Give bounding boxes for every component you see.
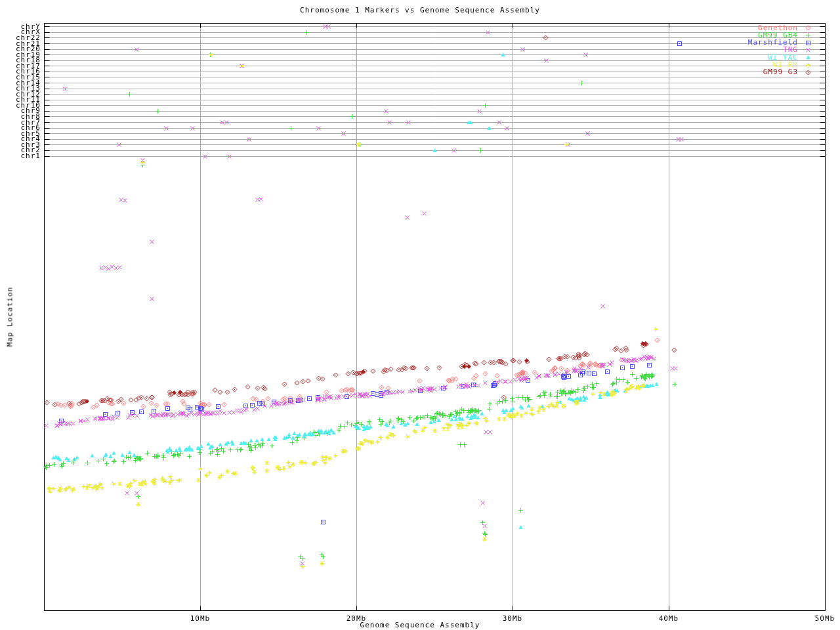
plot-stage: Chromosome 1 Markers vs Genome Sequence … [0,0,840,630]
x-tick-50Mb: 50Mb [805,614,840,623]
x-tick-40Mb: 40Mb [649,614,688,623]
y-axis-label: Map Location [6,281,14,353]
x-tick-20Mb: 20Mb [337,614,376,623]
legend-item-gm99-g3: GM99 G3 [654,68,798,75]
chart-title: Chromosome 1 Markers vs Genome Sequence … [0,6,840,14]
legend-item-tng: TNG [654,46,798,53]
legend-item-genethon: Genethon [654,24,798,32]
x-tick-30Mb: 30Mb [493,614,532,623]
x-tick-10Mb: 10Mb [180,614,220,623]
scatter-plot-canvas [0,0,840,630]
legend-item-marshfield: Marshfield [654,39,798,46]
chrom-label-chr1: chr1 [1,153,41,159]
x-axis-label: Genome Sequence Assembly [0,621,840,629]
